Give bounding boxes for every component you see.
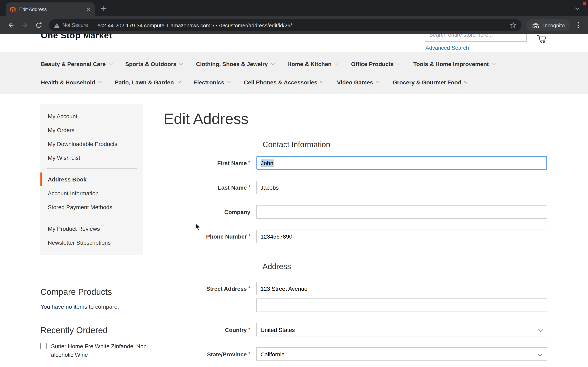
sidebar-item-wishlist[interactable]: My Wish List — [40, 151, 143, 165]
main-content: My Account My Orders My Downloadable Pro… — [0, 94, 588, 367]
selected-text: John — [260, 159, 274, 167]
country-row: Country* United States — [164, 323, 547, 336]
incognito-badge: Incognito — [526, 19, 570, 31]
browser-menu-icon[interactable] — [572, 20, 584, 31]
sidebar-item-stored-payment[interactable]: Stored Payment Methods — [40, 200, 143, 214]
edit-address-form: Contact Information First Name* John Las… — [164, 140, 547, 367]
store-logo[interactable]: One Stop Market — [41, 34, 112, 40]
state-row: State/Province* California — [164, 347, 547, 361]
chevron-down-icon — [227, 80, 231, 83]
required-mark: * — [249, 160, 250, 166]
screen: Edit Address Not Secure — [0, 0, 588, 367]
last-name-input[interactable] — [256, 181, 547, 194]
nav-item-tools[interactable]: Tools & Home Improvement — [413, 60, 494, 67]
chevron-down-icon — [397, 61, 401, 65]
warning-icon — [54, 23, 60, 28]
incognito-label: Incognito — [543, 22, 565, 28]
street-address-line2-input[interactable] — [256, 299, 547, 312]
sidebar-item-product-reviews[interactable]: My Product Reviews — [40, 222, 143, 236]
sidebar-item-my-orders[interactable]: My Orders — [40, 123, 143, 137]
browser-tab[interactable]: Edit Address — [6, 2, 95, 16]
company-input[interactable] — [256, 205, 547, 218]
search-input[interactable] — [425, 34, 527, 42]
chevron-down-icon — [179, 61, 183, 65]
bookmark-star-icon[interactable] — [510, 22, 517, 29]
nav-item-health[interactable]: Health & Household — [41, 79, 101, 85]
country-label: Country* — [164, 323, 256, 336]
chevron-down-icon — [320, 80, 324, 83]
sidebar-item-newsletter[interactable]: Newsletter Subscriptions — [40, 236, 143, 250]
url-text: ec2-44-202-179-34.compute-1.amazonaws.co… — [97, 22, 507, 28]
forward-button-icon[interactable] — [19, 19, 31, 31]
address-heading: Address — [263, 262, 547, 272]
street-address-row: Street Address* — [164, 282, 547, 295]
nav-item-grocery[interactable]: Grocery & Gourmet Food — [393, 79, 467, 85]
magento-favicon-icon — [10, 6, 16, 12]
tab-close-icon[interactable] — [86, 7, 91, 11]
last-name-label: Last Name* — [164, 181, 256, 194]
first-name-row: First Name* John — [164, 156, 547, 170]
browser-tabstrip: Edit Address — [0, 0, 588, 16]
recent-item-row: Sutter Home Fre White Zinfandel Non-alco… — [40, 342, 167, 359]
chevron-down-icon — [98, 80, 102, 83]
required-mark: * — [249, 285, 250, 291]
first-name-input[interactable]: John — [256, 156, 547, 170]
nav-item-sports[interactable]: Sports & Outdoors — [125, 60, 182, 67]
nav-item-videogames[interactable]: Video Games — [337, 79, 379, 85]
street-address-row-2 — [164, 299, 547, 312]
left-extras: Compare Products You have no items to co… — [40, 287, 167, 367]
store-header: One Stop Market Advanced Search — [0, 34, 588, 52]
compare-products-title: Compare Products — [40, 287, 167, 297]
country-select[interactable]: United States — [256, 323, 547, 336]
nav-item-cellphones[interactable]: Cell Phones & Accessories — [244, 79, 323, 85]
tab-search-icon[interactable] — [572, 4, 581, 13]
chevron-down-icon — [464, 80, 468, 83]
sidebar-item-my-account[interactable]: My Account — [40, 109, 143, 123]
advanced-search-link[interactable]: Advanced Search — [425, 45, 469, 51]
phone-row: Phone Number* — [164, 230, 547, 243]
nav-item-office[interactable]: Office Products — [351, 60, 399, 67]
chevron-down-icon — [108, 61, 112, 65]
address-bar[interactable]: Not Secure ec2-44-202-179-34.compute-1.a… — [49, 19, 521, 31]
recent-item-label[interactable]: Sutter Home Fre White Zinfandel Non-alco… — [51, 342, 167, 359]
contact-information-heading: Contact Information — [263, 140, 547, 150]
cart-icon[interactable] — [536, 34, 547, 44]
recent-item-row: SAFAVIEH Brentwood Collection — [40, 366, 167, 367]
phone-input[interactable] — [256, 230, 547, 243]
web-page: One Stop Market Advanced Search Beauty &… — [0, 34, 588, 367]
not-secure-label: Not Secure — [62, 22, 88, 28]
back-button-icon[interactable] — [5, 19, 17, 31]
nav-row-2: Health & Household Patio, Lawn & Garden … — [41, 73, 588, 91]
new-tab-button[interactable] — [98, 3, 109, 14]
incognito-icon — [532, 22, 540, 28]
nav-item-patio[interactable]: Patio, Lawn & Garden — [115, 79, 180, 85]
chevron-down-icon — [334, 61, 338, 65]
sidebar-divider — [47, 218, 137, 218]
state-select[interactable]: California — [256, 347, 547, 361]
sidebar-item-account-info[interactable]: Account Information — [40, 186, 143, 200]
chevron-down-icon — [271, 61, 275, 65]
account-sidebar: My Account My Orders My Downloadable Pro… — [40, 104, 143, 255]
sidebar-item-downloadable[interactable]: My Downloadable Products — [40, 137, 143, 151]
not-secure-chip[interactable]: Not Secure — [54, 22, 93, 28]
nav-item-clothing[interactable]: Clothing, Shoes & Jewelry — [196, 60, 274, 67]
state-label: State/Province* — [164, 347, 256, 361]
required-mark: * — [249, 184, 250, 190]
sidebar-item-address-book[interactable]: Address Book — [40, 173, 143, 186]
street-address-label: Street Address* — [164, 282, 256, 295]
recent-item-checkbox[interactable] — [40, 343, 47, 349]
required-mark: * — [249, 351, 250, 357]
nav-item-beauty[interactable]: Beauty & Personal Care — [41, 60, 111, 67]
nav-item-home-kitchen[interactable]: Home & Kitchen — [287, 60, 337, 67]
chevron-down-icon — [376, 80, 380, 83]
page-title: Edit Address — [164, 110, 249, 128]
street-address-line1-input[interactable] — [256, 282, 547, 295]
first-name-label: First Name* — [164, 156, 256, 170]
recently-ordered-title: Recently Ordered — [40, 325, 167, 335]
nav-row-1: Beauty & Personal Care Sports & Outdoors… — [41, 55, 588, 73]
company-label: Company — [164, 205, 256, 218]
reload-button-icon[interactable] — [33, 19, 45, 31]
company-row: Company — [164, 205, 547, 218]
recent-item-label[interactable]: SAFAVIEH Brentwood Collection — [51, 366, 134, 367]
nav-item-electronics[interactable]: Electronics — [193, 79, 230, 85]
